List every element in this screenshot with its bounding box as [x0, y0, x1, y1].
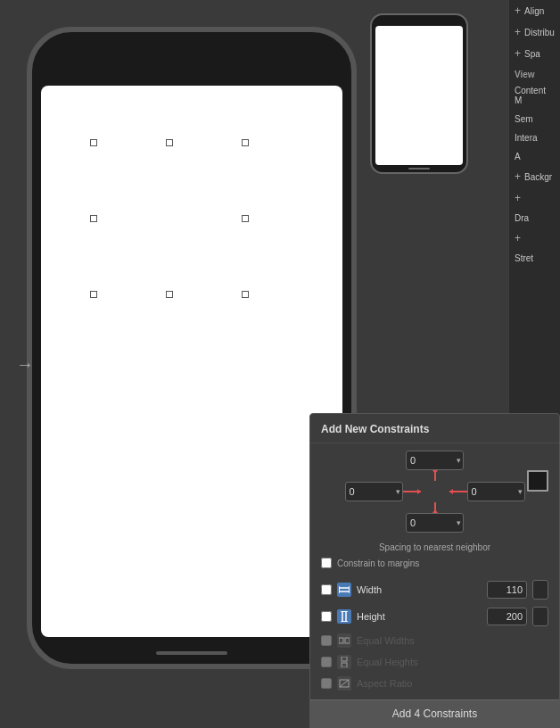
- plus-icon-background: +: [515, 170, 521, 183]
- panel-item-align[interactable]: + Align: [509, 0, 560, 21]
- equal-widths-label: Equal Widths: [357, 635, 548, 646]
- width-unit-select[interactable]: [532, 580, 548, 600]
- constraint-list: Width Height Equal Widths: [310, 571, 559, 699]
- svg-rect-11: [342, 611, 346, 622]
- width-icon: [337, 583, 351, 597]
- phone-screen: [41, 86, 342, 637]
- content-mode-label: Content M: [515, 86, 555, 105]
- stretch-label: Stret: [515, 253, 533, 263]
- plus-icon-align: +: [515, 4, 521, 17]
- panel-item-drawing[interactable]: Dra: [509, 209, 560, 228]
- svg-rect-17: [342, 663, 347, 667]
- handle-tr[interactable]: [242, 139, 249, 146]
- panel-item-spacing[interactable]: + Spa: [509, 43, 560, 64]
- bottom-value-select[interactable]: 0: [406, 513, 464, 533]
- handle-tc[interactable]: [166, 139, 173, 146]
- svg-marker-5: [449, 489, 453, 494]
- equal-widths-item: Equal Widths: [321, 630, 548, 651]
- top-select-wrapper[interactable]: 0: [406, 451, 464, 470]
- right-value-select[interactable]: 0: [467, 482, 525, 501]
- view-section-label: View: [509, 64, 560, 81]
- handle-mr[interactable]: [242, 215, 249, 222]
- svg-rect-14: [339, 638, 343, 643]
- right-arrow-svg: [449, 487, 467, 496]
- aspect-ratio-icon: [337, 676, 351, 691]
- panel-item-extra[interactable]: +: [509, 187, 560, 209]
- constraints-layout: 0 0: [310, 443, 559, 540]
- semantic-label: Sem: [515, 114, 533, 124]
- right-connector-group: 0: [449, 482, 525, 501]
- distribute-label: Distribu: [524, 28, 555, 37]
- equal-heights-label: Equal Heights: [357, 657, 548, 667]
- bottom-select-wrapper[interactable]: 0: [406, 513, 464, 533]
- equal-widths-checkbox[interactable]: [321, 635, 332, 646]
- equal-heights-checkbox[interactable]: [321, 657, 332, 667]
- phone-home-bar: [156, 651, 227, 655]
- top-connector: [321, 470, 548, 481]
- add-constraints-button[interactable]: Add 4 Constraints: [310, 699, 559, 727]
- spacing-label: Spacing to nearest neighbor: [310, 540, 559, 555]
- width-value-input[interactable]: [487, 581, 527, 599]
- aspect-ratio-checkbox[interactable]: [321, 678, 332, 689]
- phone-mockup: [27, 27, 357, 669]
- equal-widths-icon: [337, 633, 351, 648]
- plus-icon-extra: +: [515, 192, 521, 204]
- plus-icon-spacing: +: [515, 47, 521, 60]
- right-select-wrapper[interactable]: 0: [467, 482, 525, 501]
- height-constraint-item: Height: [321, 603, 548, 630]
- center-rect: [527, 470, 548, 492]
- thumbnail-preview: [370, 13, 468, 174]
- panel-item-background[interactable]: + Backgr: [509, 166, 560, 187]
- top-constraint-row: 0: [321, 451, 548, 470]
- svg-line-19: [340, 680, 349, 687]
- handle-br[interactable]: [242, 291, 249, 298]
- handle-ml[interactable]: [90, 215, 97, 222]
- thumb-notch: [404, 15, 435, 22]
- panel-item-extra2[interactable]: +: [509, 228, 560, 249]
- svg-marker-3: [417, 489, 421, 494]
- height-icon: [337, 609, 351, 624]
- svg-rect-15: [345, 638, 350, 643]
- aspect-ratio-item: Aspect Ratio: [321, 673, 548, 694]
- panel-item-interaction[interactable]: Intera: [509, 128, 560, 147]
- phone-notch: [138, 32, 245, 59]
- left-connector-group: 0: [345, 482, 421, 501]
- background-label: Backgr: [524, 172, 552, 182]
- height-checkbox[interactable]: [321, 611, 332, 622]
- height-value-input[interactable]: [487, 608, 527, 625]
- left-value-select[interactable]: 0: [345, 482, 403, 501]
- svg-rect-8: [339, 588, 350, 592]
- handle-bc[interactable]: [166, 291, 173, 298]
- panel-item-stretch[interactable]: Stret: [509, 249, 560, 268]
- thumb-screen: [375, 26, 463, 165]
- handle-tl[interactable]: [90, 139, 97, 146]
- spacing-label-panel: Spa: [524, 49, 540, 59]
- handle-bl[interactable]: [90, 291, 97, 298]
- align-label: Align: [524, 6, 544, 16]
- panel-item-semantic[interactable]: Sem: [509, 110, 560, 128]
- height-unit-select[interactable]: [532, 607, 548, 626]
- panel-item-a[interactable]: A: [509, 147, 560, 166]
- constraints-dialog: Add New Constraints 0 0: [309, 413, 560, 728]
- dialog-title: Add New Constraints: [310, 414, 559, 443]
- width-constraint-item: Width: [321, 576, 548, 603]
- plus-icon-extra2: +: [515, 232, 521, 244]
- equal-heights-item: Equal Heights: [321, 651, 548, 673]
- svg-rect-16: [342, 657, 347, 661]
- panel-item-distribute[interactable]: + Distribu: [509, 21, 560, 43]
- constrain-margins-label: Constrain to margins: [337, 558, 419, 568]
- left-arrow-svg: [403, 487, 421, 496]
- panel-item-content[interactable]: Content M: [509, 81, 560, 110]
- constrain-margins-row: Constrain to margins: [310, 555, 559, 571]
- drawing-label: Dra: [515, 213, 529, 223]
- left-select-wrapper[interactable]: 0: [345, 482, 403, 501]
- height-label: Height: [357, 611, 482, 622]
- a-label: A: [515, 152, 521, 161]
- svg-marker-1: [432, 470, 438, 474]
- constrain-margins-checkbox[interactable]: [321, 558, 332, 568]
- bottom-constraint-row: 0: [321, 513, 548, 533]
- nav-arrow-left[interactable]: →: [9, 348, 41, 380]
- top-value-select[interactable]: 0: [406, 451, 464, 470]
- width-checkbox[interactable]: [321, 584, 332, 595]
- interaction-label: Intera: [515, 133, 538, 143]
